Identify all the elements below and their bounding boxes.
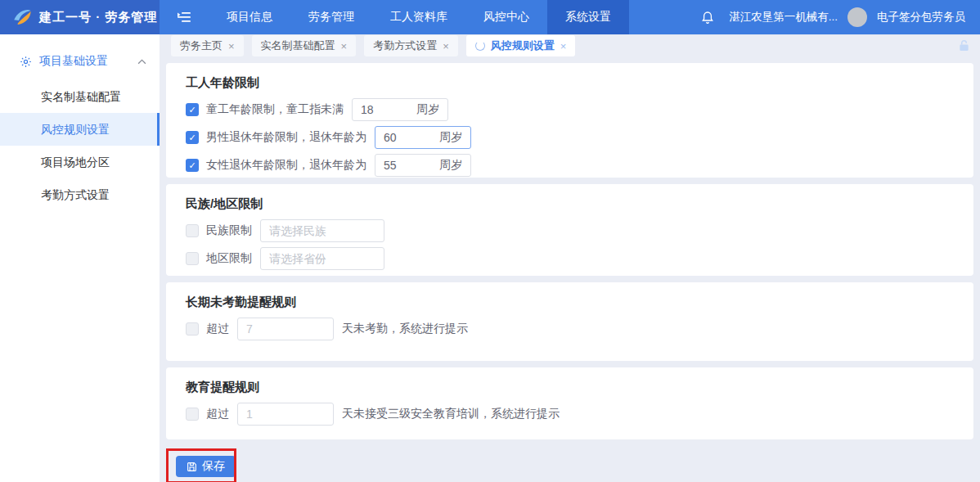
- age-input-box: 周岁: [352, 98, 448, 121]
- section-education-reminder: 教育提醒规则 超过 天未接受三级安全教育培训，系统进行提示: [166, 367, 973, 439]
- section-title: 民族/地区限制: [186, 196, 954, 212]
- sidebar-group-project-basic-settings[interactable]: 项目基础设置: [0, 43, 160, 80]
- section-title: 教育提醒规则: [186, 380, 954, 395]
- gear-icon: [20, 56, 32, 68]
- sidebar-item-risk-rule-settings[interactable]: 风控规则设置: [0, 113, 160, 146]
- checkbox-ethnic-limit[interactable]: [186, 224, 199, 237]
- rule-row-ethnic: 民族限制: [186, 217, 954, 245]
- checkbox-child-labor[interactable]: ✓: [186, 103, 199, 116]
- loading-circle-icon: [475, 41, 485, 51]
- tab-realname-basic-config[interactable]: 实名制基础配置 ×: [252, 35, 357, 56]
- rule-label: 民族限制: [206, 223, 252, 238]
- sidebar-item-realname-basic-config[interactable]: 实名制基础配置: [0, 80, 160, 113]
- company-name[interactable]: 湛江农垦第一机械有...: [729, 10, 838, 25]
- nav-item-labor-management[interactable]: 劳务管理: [290, 0, 372, 34]
- save-button[interactable]: 保存: [176, 456, 236, 477]
- close-icon[interactable]: ×: [443, 40, 449, 52]
- rule-row-child-labor: ✓ 童工年龄限制，童工指未满 周岁: [186, 96, 954, 124]
- lock-icon[interactable]: [958, 39, 970, 52]
- close-icon[interactable]: ×: [560, 40, 567, 52]
- nav-item-project-info[interactable]: 项目信息: [209, 0, 290, 34]
- rule-label: 地区限制: [206, 251, 252, 266]
- tab-label: 考勤方式设置: [373, 38, 437, 53]
- sidebar-group-label: 项目基础设置: [39, 54, 108, 69]
- app-title: 建工一号 · 劳务管理: [39, 10, 157, 25]
- sidebar-item-site-zoning[interactable]: 项目场地分区: [0, 146, 160, 178]
- rule-tail-text: 天未考勤，系统进行提示: [342, 322, 468, 336]
- save-button-label: 保存: [202, 459, 225, 474]
- female-retire-age-input[interactable]: [384, 159, 439, 172]
- tab-labor-home[interactable]: 劳务主页 ×: [171, 35, 244, 56]
- age-input-box: 周岁: [375, 126, 471, 149]
- ethnic-select-input[interactable]: [269, 224, 375, 237]
- tab-label: 实名制基础配置: [261, 38, 335, 53]
- days-input-box: [237, 318, 334, 340]
- tab-risk-rule-settings[interactable]: 风控规则设置 ×: [466, 35, 576, 56]
- checkbox-attendance-reminder[interactable]: [186, 322, 199, 336]
- male-retire-age-input[interactable]: [384, 131, 439, 144]
- bell-icon[interactable]: [701, 11, 714, 25]
- section-worker-age-limit: 工人年龄限制 ✓ 童工年龄限制，童工指未满 周岁 ✓ 男性退休年龄限制，退休年龄…: [166, 63, 973, 178]
- tab-attendance-method[interactable]: 考勤方式设置 ×: [364, 35, 458, 56]
- save-row: 保存: [166, 448, 973, 482]
- days-input-box: [237, 403, 334, 426]
- checkbox-female-retire[interactable]: ✓: [186, 159, 199, 172]
- tab-bar: 劳务主页 × 实名制基础配置 × 考勤方式设置 × 风控规则设置 ×: [160, 34, 980, 56]
- main-area: 劳务主页 × 实名制基础配置 × 考勤方式设置 × 风控规则设置 ×: [160, 34, 980, 482]
- app-header: 建工一号 · 劳务管理 项目信息 劳务管理 工人资料库 风控中心 系统设置 湛江…: [0, 0, 980, 34]
- section-attendance-reminder: 长期未考勤提醒规则 超过 天未考勤，系统进行提示: [166, 282, 973, 361]
- nav-item-system-settings[interactable]: 系统设置: [547, 0, 629, 34]
- sidebar: 项目基础设置 实名制基础配置 风控规则设置 项目场地分区 考勤方式设置: [0, 34, 160, 482]
- attendance-days-input[interactable]: [246, 322, 325, 336]
- unit-suffix: 周岁: [416, 102, 439, 117]
- rule-row-male-retire: ✓ 男性退休年龄限制，退休年龄为 周岁: [186, 124, 954, 151]
- tab-label: 风控规则设置: [491, 38, 555, 53]
- checkbox-male-retire[interactable]: ✓: [186, 131, 199, 144]
- rule-row-education-reminder: 超过 天未接受三级安全教育培训，系统进行提示: [186, 400, 954, 428]
- nav-item-risk-center[interactable]: 风控中心: [465, 0, 547, 34]
- section-title: 长期未考勤提醒规则: [186, 295, 954, 310]
- menu-collapse-icon[interactable]: [160, 0, 209, 34]
- header-right: 湛江农垦第一机械有... 电子签分包劳务员: [701, 0, 980, 34]
- tab-label: 劳务主页: [180, 38, 223, 53]
- rule-row-region: 地区限制: [186, 245, 954, 273]
- swoosh-logo-icon: [11, 7, 33, 28]
- rule-row-attendance-reminder: 超过 天未考勤，系统进行提示: [186, 315, 954, 343]
- close-icon[interactable]: ×: [228, 40, 235, 52]
- education-days-input[interactable]: [246, 408, 325, 421]
- rule-label: 男性退休年龄限制，退休年龄为: [206, 130, 366, 145]
- region-select-input[interactable]: [269, 252, 375, 265]
- chevron-up-icon: [137, 59, 146, 65]
- section-ethnic-region-limit: 民族/地区限制 民族限制 地区限制: [166, 184, 973, 276]
- app-logo-area: 建工一号 · 劳务管理: [0, 0, 160, 34]
- age-input-box: 周岁: [375, 154, 471, 177]
- rule-tail-text: 天未接受三级安全教育培训，系统进行提示: [342, 407, 560, 421]
- checkbox-region-limit[interactable]: [186, 252, 199, 265]
- checkbox-education-reminder[interactable]: [186, 408, 199, 421]
- settings-content: 工人年龄限制 ✓ 童工年龄限制，童工指未满 周岁 ✓ 男性退休年龄限制，退休年龄…: [160, 56, 980, 482]
- save-disk-icon: [187, 462, 197, 472]
- region-select-box: [260, 247, 384, 270]
- unit-suffix: 周岁: [439, 158, 462, 173]
- rule-label: 女性退休年龄限制，退休年龄为: [206, 158, 366, 173]
- rule-row-female-retire: ✓ 女性退休年龄限制，退休年龄为 周岁: [186, 151, 954, 179]
- ethnic-select-box: [260, 219, 384, 242]
- sidebar-item-attendance-method[interactable]: 考勤方式设置: [0, 178, 160, 211]
- top-nav: 项目信息 劳务管理 工人资料库 风控中心 系统设置 湛江农垦第一机械有... 电…: [160, 0, 980, 34]
- unit-suffix: 周岁: [439, 130, 462, 145]
- nav-item-worker-database[interactable]: 工人资料库: [372, 0, 465, 34]
- child-labor-age-input[interactable]: [361, 103, 416, 116]
- section-title: 工人年龄限制: [186, 75, 954, 91]
- rule-label: 超过: [206, 322, 229, 336]
- rule-label: 超过: [206, 407, 229, 421]
- user-role[interactable]: 电子签分包劳务员: [877, 10, 965, 25]
- close-icon[interactable]: ×: [341, 40, 348, 52]
- rule-label: 童工年龄限制，童工指未满: [206, 102, 344, 117]
- avatar[interactable]: [847, 7, 867, 27]
